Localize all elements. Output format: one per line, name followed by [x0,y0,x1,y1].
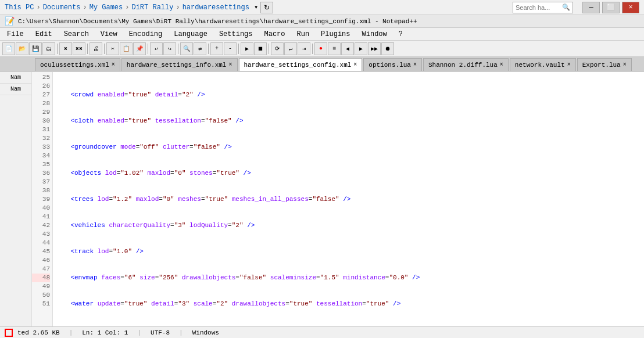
toolbar-macro2[interactable]: ⏹ [254,42,267,55]
menu-search[interactable]: Search [59,29,94,39]
breadcrumb-hardwaresettings[interactable]: hardwaresettings [183,3,249,12]
toolbar-replace[interactable]: ⇄ [194,42,206,55]
breadcrumb-documents[interactable]: Documents [43,3,81,12]
close-button[interactable]: × [622,2,639,13]
toolbar-copy[interactable]: 📋 [120,42,133,55]
menu-settings[interactable]: Settings [214,29,257,39]
tab-label: hardware_settings_info.xml [127,62,227,69]
toolbar-sync[interactable]: ⟳ [271,42,284,55]
toolbar-sep1 [57,44,58,54]
toolbar-new[interactable]: 📄 [2,42,15,55]
tab-close-export-lua[interactable]: × [623,62,627,68]
toolbar-sep8 [269,44,269,54]
menu-macro[interactable]: Macro [259,29,289,39]
tab-hardware-config[interactable]: hardware_settings_config.xml × [239,58,363,71]
toolbar-wordwrap[interactable]: ↵ [284,42,297,55]
toolbar-print[interactable]: 🖨 [90,42,102,55]
breadcrumb-dirtrally[interactable]: DiRT Rally [131,3,173,12]
toolbar-closeall[interactable]: ✖✖ [73,42,85,55]
toolbar-next[interactable]: ▶ [355,42,367,55]
toolbar-find[interactable]: 🔍 [180,42,193,55]
tab-label: Export.lua [582,62,621,69]
toolbar-close[interactable]: ✖ [59,42,72,55]
status-separator3: | [179,329,183,336]
tab-hardware-info[interactable]: hardware_settings_info.xml × [121,58,238,71]
menu-language[interactable]: Language [169,29,212,39]
left-panel-icon2[interactable]: Nam [0,84,31,95]
tab-label: network.vault [515,62,565,69]
search-input[interactable] [516,4,562,11]
tab-export-lua[interactable]: Export.lua × [577,58,632,71]
code-editor[interactable]: <crowd enabled="true" detail="2" /> <clo… [53,72,644,326]
tab-close-hardware-config[interactable]: × [353,62,357,68]
toolbar-sep9 [312,44,313,54]
menu-plugins[interactable]: Plugins [316,29,355,39]
status-separator2: | [137,329,141,336]
refresh-button[interactable]: ↻ [260,2,273,13]
status-separator1: | [69,329,73,336]
restore-button[interactable]: ⬜ [602,2,620,13]
minimize-button[interactable]: ─ [582,2,600,13]
linenum-40: 40 [32,204,50,213]
menu-view[interactable]: View [96,29,122,39]
breadcrumb-dropdown[interactable]: ▾ [254,3,258,12]
status-encoding: UTF-8 [151,329,170,336]
toolbar-save[interactable]: 💾 [29,42,42,55]
toolbar-stop[interactable]: ■ [328,42,341,55]
menu-help[interactable]: ? [394,29,407,39]
linenum-50: 50 [32,291,50,300]
tab-network-vault[interactable]: network.vault × [510,58,576,71]
tab-oculussettings[interactable]: oculussettings.xml × [35,58,120,71]
linenum-29: 29 [32,108,50,117]
linenum-32: 32 [32,134,50,143]
toolbar-macro1[interactable]: ▶ [241,42,253,55]
toolbar-prev[interactable]: ◀ [341,42,354,55]
toolbar-play[interactable]: ▶▶ [368,42,381,55]
toolbar-redo[interactable]: ↪ [163,42,176,55]
linenum-38: 38 [32,186,50,195]
linenum-31: 31 [32,125,50,134]
toolbar-indent[interactable]: ⇥ [298,42,310,55]
code-line-27: <groundcover mode="off" clutter="false" … [55,143,642,152]
menu-encoding[interactable]: Encoding [124,29,167,39]
title-text: C:\Users\Shannon\Documents\My Games\DiRT… [18,18,639,25]
tab-close-options-lua[interactable]: × [413,62,417,68]
breadcrumb-thispc[interactable]: This PC [5,3,34,12]
linenum-26: 26 [32,82,50,91]
linenum-51: 51 [32,300,50,308]
linenum-27: 27 [32,91,50,99]
linenum-36: 36 [32,169,50,178]
toolbar-open[interactable]: 📂 [16,42,28,55]
breadcrumb-sep4: › [176,3,180,12]
breadcrumb-sep3: › [125,3,129,12]
toolbar-zoomin[interactable]: + [210,42,223,55]
code-line-33: <water update="true" detail="3" scale="2… [55,300,642,308]
tab-close-oculussettings[interactable]: × [112,62,115,68]
linenum-44: 44 [32,239,50,247]
tab-shannon-diff[interactable]: Shannon 2.diff.lua × [423,58,509,71]
breadcrumb-mygames[interactable]: My Games [90,3,123,12]
tab-close-shannon-diff[interactable]: × [500,62,503,68]
toolbar-run[interactable]: ● [314,42,327,55]
status-eol: Windows [192,329,219,336]
linenum-35: 35 [32,160,50,169]
left-panel-icon1[interactable]: Nam [0,72,31,84]
tab-close-network-vault[interactable]: × [567,62,571,68]
search-icon: 🔍 [562,3,570,11]
tab-options-lua[interactable]: options.lua × [363,58,422,71]
toolbar-cut[interactable]: ✂ [106,42,119,55]
menu-window[interactable]: Window [357,29,392,39]
tab-close-hardware-info[interactable]: × [228,62,232,68]
menu-run[interactable]: Run [292,29,314,39]
toolbar-sep7 [238,44,239,54]
linenum-48: 48 [32,274,50,282]
toolbar-rec[interactable]: ⏺ [381,42,394,55]
menu-edit[interactable]: Edit [31,29,57,39]
toolbar-undo[interactable]: ↩ [150,42,163,55]
toolbar-paste[interactable]: 📌 [133,42,146,55]
toolbar-zoomout[interactable]: - [224,42,237,55]
menu-file[interactable]: File [2,29,28,39]
statusbar: ted 2.65 KB | Ln: 1 Col: 1 | UTF-8 | Win… [0,326,644,338]
breadcrumb-sep2: › [83,3,87,12]
toolbar-saveall[interactable]: 🗂 [42,42,55,55]
